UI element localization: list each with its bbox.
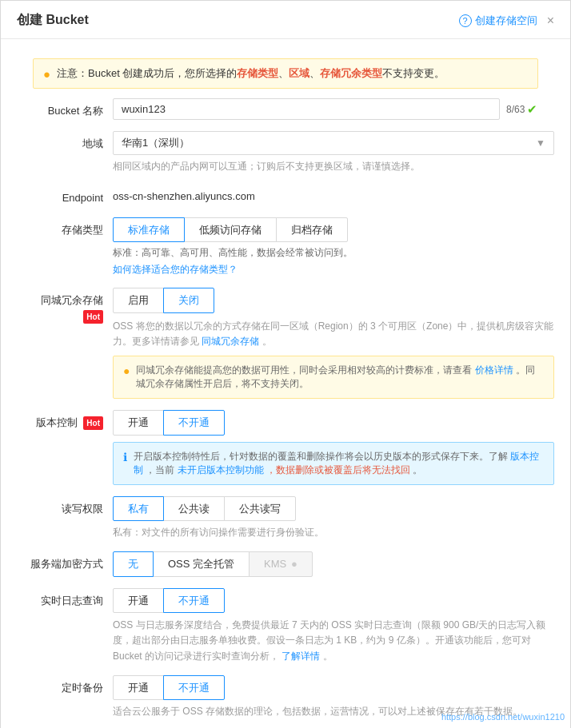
bucket-name-input-row: 8/63 ✔: [113, 98, 554, 120]
chevron-down-icon: ▼: [536, 137, 545, 149]
bucket-name-row: Bucket 名称 8/63 ✔: [17, 98, 554, 120]
redundancy-desc: OSS 将您的数据以冗余的方式存储在同一区域（Region）的 3 个可用区（Z…: [113, 319, 554, 349]
version-btn-enable[interactable]: 开通: [113, 410, 164, 436]
version-info-text: 开启版本控制特性后，针对数据的覆盖和删除操作将会以历史版本的形式保存下来。了解 …: [134, 450, 544, 477]
schedule-backup-btn-disable[interactable]: 不开通: [163, 675, 225, 701]
dialog-title: 创建 Bucket: [17, 12, 89, 29]
realtime-log-link[interactable]: 了解详情: [282, 650, 320, 662]
encrypt-label: 服务端加密方式: [17, 551, 113, 572]
acl-hint: 私有：对文件的所有访问操作需要进行身份验证。: [113, 525, 554, 540]
realtime-log-row: 实时日志查询 开通 不开通 OSS 与日志服务深度结合，免费提供最近 7 天内的…: [17, 588, 554, 664]
realtime-log-btn-enable[interactable]: 开通: [113, 588, 164, 614]
realtime-log-label: 实时日志查询: [17, 588, 113, 609]
region-value: 华南1（深圳）: [122, 136, 190, 150]
storage-btn-archive[interactable]: 归档存储: [276, 217, 348, 243]
realtime-log-btn-group: 开通 不开通: [113, 588, 554, 614]
encrypt-btn-group: 无 OSS 完全托管 KMS ●: [113, 551, 554, 577]
storage-type-content: 标准存储 低频访问存储 归档存储 标准：高可靠、高可用、高性能，数据会经常被访问…: [113, 217, 554, 277]
dialog-body: ● 注意：Bucket 创建成功后，您所选择的存储类型、区域、存储冗余类型不支持…: [1, 39, 570, 728]
close-button[interactable]: ×: [547, 14, 554, 27]
acl-btn-group: 私有 公共读 公共读写: [113, 496, 554, 522]
acl-btn-public-read[interactable]: 公共读: [163, 496, 225, 522]
notice-text: 注意：Bucket 创建成功后，您所选择的存储类型、区域、存储冗余类型不支持变更…: [57, 66, 445, 81]
acl-btn-public-readwrite[interactable]: 公共读写: [224, 496, 296, 522]
notice-icon: ●: [43, 67, 50, 81]
storage-type-link[interactable]: 如何选择适合您的存储类型？: [113, 264, 238, 275]
schedule-backup-btn-group: 开通 不开通: [113, 675, 554, 701]
realtime-log-desc: OSS 与日志服务深度结合，免费提供最近 7 天内的 OSS 实时日志查询（限额…: [113, 618, 554, 664]
redundancy-btn-close[interactable]: 关闭: [163, 288, 214, 313]
version-info-red: ，数据删除或被覆盖后将无法找回: [266, 464, 410, 475]
notice-bar: ● 注意：Bucket 创建成功后，您所选择的存储类型、区域、存储冗余类型不支持…: [33, 58, 538, 89]
redundancy-label: 同城冗余存储 Hot: [17, 288, 113, 324]
info-icon: ℹ: [123, 451, 127, 463]
bucket-name-label: Bucket 名称: [17, 98, 113, 119]
encrypt-content: 无 OSS 完全托管 KMS ●: [113, 551, 554, 577]
redundancy-content: 启用 关闭 OSS 将您的数据以冗余的方式存储在同一区域（Region）的 3 …: [113, 288, 554, 399]
bucket-name-input[interactable]: [113, 98, 500, 120]
storage-type-btn-group: 标准存储 低频访问存储 归档存储: [113, 217, 554, 243]
region-label: 地域: [17, 131, 113, 152]
endpoint-value: oss-cn-shenzhen.aliyuncs.com: [113, 185, 554, 202]
redundancy-link[interactable]: 同城冗余存储: [202, 336, 259, 347]
version-info-box: ℹ 开启版本控制特性后，针对数据的覆盖和删除操作将会以历史版本的形式保存下来。了…: [113, 442, 554, 485]
encrypt-btn-oss[interactable]: OSS 完全托管: [153, 551, 250, 577]
region-hint: 相同区域内的产品内网可以互通；订购后不支持更换区域，请谨慎选择。: [113, 159, 554, 174]
version-content: 开通 不开通 ℹ 开启版本控制特性后，针对数据的覆盖和删除操作将会以历史版本的形…: [113, 410, 554, 485]
dialog-header: 创建 Bucket ? 创建存储空间 ×: [1, 1, 570, 39]
storage-type-label: 存储类型: [17, 217, 113, 238]
redundancy-warn-link[interactable]: 价格详情: [475, 364, 513, 376]
form-section: ● 注意：Bucket 创建成功后，您所选择的存储类型、区域、存储冗余类型不支持…: [1, 39, 570, 728]
acl-label: 读写权限: [17, 496, 113, 517]
version-info-link2[interactable]: 未开启版本控制功能: [178, 464, 264, 475]
redundancy-btn-group: 启用 关闭: [113, 288, 554, 313]
help-icon: ?: [459, 14, 472, 27]
header-right: ? 创建存储空间 ×: [459, 14, 554, 28]
storage-btn-standard[interactable]: 标准存储: [113, 217, 185, 243]
encrypt-btn-none[interactable]: 无: [113, 551, 154, 577]
endpoint-content: oss-cn-shenzhen.aliyuncs.com: [113, 185, 554, 202]
encrypt-row: 服务端加密方式 无 OSS 完全托管 KMS ●: [17, 551, 554, 577]
char-count: 8/63 ✔: [506, 102, 554, 117]
endpoint-row: Endpoint oss-cn-shenzhen.aliyuncs.com: [17, 185, 554, 206]
region-select[interactable]: 华南1（深圳） ▼: [113, 131, 554, 155]
version-btn-disable[interactable]: 不开通: [163, 410, 225, 436]
schedule-backup-label: 定时备份: [17, 675, 113, 696]
redundancy-btn-enable[interactable]: 启用: [113, 288, 164, 313]
acl-btn-private[interactable]: 私有: [113, 496, 164, 522]
help-link[interactable]: ? 创建存储空间: [459, 14, 537, 28]
version-hot-badge: Hot: [83, 416, 103, 430]
check-icon: ✔: [527, 102, 537, 117]
storage-hint: 标准：高可靠、高可用、高性能，数据会经常被访问到。: [113, 246, 554, 260]
redundancy-warn-box: ● 同城冗余存储能提高您的数据可用性，同时会采用相对较高的计费标准，请查看 价格…: [113, 356, 554, 399]
version-btn-group: 开通 不开通: [113, 410, 554, 436]
storage-type-row: 存储类型 标准存储 低频访问存储 归档存储 标准：高可靠、高可用、高性能，数据会…: [17, 217, 554, 277]
schedule-backup-btn-enable[interactable]: 开通: [113, 675, 164, 701]
acl-row: 读写权限 私有 公共读 公共读写 私有：对文件的所有访问操作需要进行身份验证。: [17, 496, 554, 541]
version-control-row: 版本控制 Hot 开通 不开通 ℹ 开启版本控制特性后，针对数据的覆盖和删除操作…: [17, 410, 554, 485]
redundancy-warn-text: 同城冗余存储能提高您的数据可用性，同时会采用相对较高的计费标准，请查看 价格详情…: [136, 364, 544, 391]
redundancy-hot-badge: Hot: [83, 310, 103, 324]
realtime-log-btn-disable[interactable]: 不开通: [163, 588, 225, 614]
watermark: https://blog.csdn.net/wuxin1210: [441, 712, 565, 722]
help-link-label: 创建存储空间: [475, 14, 537, 28]
redundancy-row: 同城冗余存储 Hot 启用 关闭 OSS 将您的数据以冗余的方式存储在同一区域（…: [17, 288, 554, 399]
storage-btn-infrequent[interactable]: 低频访问存储: [184, 217, 277, 243]
acl-content: 私有 公共读 公共读写 私有：对文件的所有访问操作需要进行身份验证。: [113, 496, 554, 541]
kms-question-icon: ●: [291, 558, 297, 570]
region-content: 华南1（深圳） ▼ 相同区域内的产品内网可以互通；订购后不支持更换区域，请谨慎选…: [113, 131, 554, 174]
warn-icon: ●: [123, 364, 130, 377]
version-label: 版本控制 Hot: [17, 410, 113, 431]
endpoint-label: Endpoint: [17, 185, 113, 206]
bucket-name-content: 8/63 ✔: [113, 98, 554, 120]
region-row: 地域 华南1（深圳） ▼ 相同区域内的产品内网可以互通；订购后不支持更换区域，请…: [17, 131, 554, 174]
realtime-log-content: 开通 不开通 OSS 与日志服务深度结合，免费提供最近 7 天内的 OSS 实时…: [113, 588, 554, 664]
encrypt-btn-kms: KMS ●: [249, 551, 313, 577]
create-bucket-dialog: 创建 Bucket ? 创建存储空间 × ● 注意：Bucket 创建成功后，您…: [0, 0, 571, 728]
